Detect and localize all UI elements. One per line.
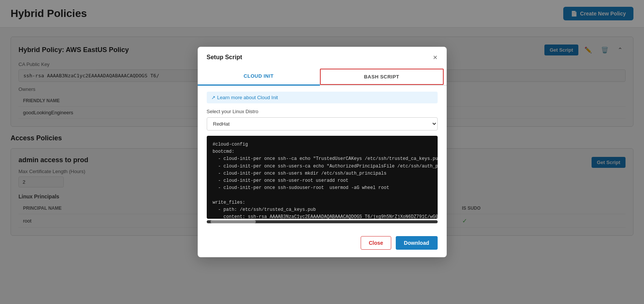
learn-more-link[interactable]: ↗ Learn more about Cloud Init <box>207 92 438 103</box>
modal-header: Setup Script × <box>198 47 447 61</box>
distro-select[interactable]: RedHat Ubuntu Debian CentOS Amazon Linux <box>207 117 438 131</box>
modal-body: ↗ Learn more about Cloud Init Select you… <box>198 86 447 236</box>
modal-tabs: CLOUD INIT BASH SCRIPT <box>198 67 447 86</box>
modal-close-button[interactable]: Close <box>361 236 391 250</box>
setup-script-modal: Setup Script × CLOUD INIT BASH SCRIPT ↗ … <box>198 47 447 257</box>
modal-download-button[interactable]: Download <box>396 236 438 250</box>
code-scrollbar-thumb <box>211 220 256 223</box>
code-scrollbar[interactable] <box>207 220 438 223</box>
tab-cloud-init[interactable]: CLOUD INIT <box>198 67 320 86</box>
code-block: #cloud-config bootcmd: - cloud-init-per … <box>207 136 438 219</box>
tab-bash-script[interactable]: BASH SCRIPT <box>320 69 444 85</box>
modal-overlay[interactable]: Setup Script × CLOUD INIT BASH SCRIPT ↗ … <box>0 0 644 304</box>
modal-title: Setup Script <box>207 54 242 61</box>
external-link-icon: ↗ <box>211 95 215 100</box>
distro-label: Select your Linux Distro <box>207 109 438 114</box>
modal-footer: Close Download <box>198 236 447 257</box>
modal-close-x-button[interactable]: × <box>433 54 438 61</box>
